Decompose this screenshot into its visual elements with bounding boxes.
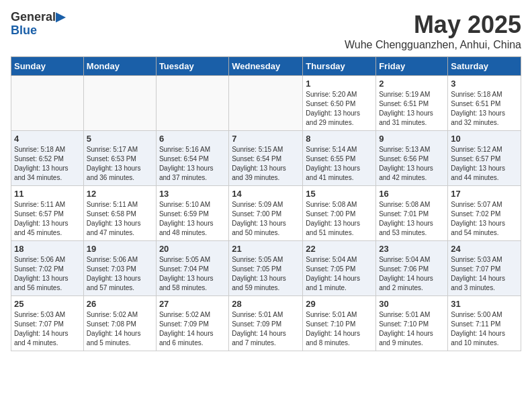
day-info: Sunrise: 5:01 AM Sunset: 7:10 PM Dayligh… [379, 310, 445, 348]
calendar-cell: 6Sunrise: 5:16 AM Sunset: 6:54 PM Daylig… [156, 131, 228, 186]
calendar-cell: 24Sunrise: 5:03 AM Sunset: 7:07 PM Dayli… [448, 241, 521, 296]
day-number: 17 [451, 189, 518, 199]
day-number: 9 [379, 134, 445, 144]
week-row-5: 25Sunrise: 5:03 AM Sunset: 7:07 PM Dayli… [11, 296, 521, 351]
day-number: 7 [232, 134, 300, 144]
day-number: 27 [159, 299, 226, 309]
calendar-cell: 13Sunrise: 5:10 AM Sunset: 6:59 PM Dayli… [156, 186, 228, 241]
day-info: Sunrise: 5:03 AM Sunset: 7:07 PM Dayligh… [451, 255, 518, 293]
day-number: 6 [159, 134, 226, 144]
day-number: 5 [87, 134, 153, 144]
day-number: 23 [379, 244, 445, 254]
day-info: Sunrise: 5:11 AM Sunset: 6:58 PM Dayligh… [87, 200, 153, 238]
day-info: Sunrise: 5:00 AM Sunset: 7:11 PM Dayligh… [451, 310, 518, 348]
weekday-header-tuesday: Tuesday [156, 57, 228, 76]
calendar-cell [156, 76, 228, 131]
calendar-cell: 1Sunrise: 5:20 AM Sunset: 6:50 PM Daylig… [303, 76, 376, 131]
day-number: 22 [306, 244, 373, 254]
calendar-cell: 20Sunrise: 5:05 AM Sunset: 7:04 PM Dayli… [156, 241, 228, 296]
week-row-2: 4Sunrise: 5:18 AM Sunset: 6:52 PM Daylig… [11, 131, 521, 186]
calendar-cell: 11Sunrise: 5:11 AM Sunset: 6:57 PM Dayli… [11, 186, 84, 241]
calendar-cell: 4Sunrise: 5:18 AM Sunset: 6:52 PM Daylig… [11, 131, 84, 186]
day-number: 14 [232, 189, 300, 199]
day-number: 28 [232, 299, 300, 309]
day-info: Sunrise: 5:01 AM Sunset: 7:09 PM Dayligh… [232, 310, 300, 348]
calendar-cell: 10Sunrise: 5:12 AM Sunset: 6:57 PM Dayli… [448, 131, 521, 186]
day-number: 15 [306, 189, 373, 199]
day-number: 20 [159, 244, 226, 254]
calendar-cell: 5Sunrise: 5:17 AM Sunset: 6:53 PM Daylig… [83, 131, 156, 186]
week-row-4: 18Sunrise: 5:06 AM Sunset: 7:02 PM Dayli… [11, 241, 521, 296]
day-number: 30 [379, 299, 445, 309]
weekday-header-sunday: Sunday [11, 57, 84, 76]
logo-text: General▶ [11, 11, 65, 24]
day-number: 16 [379, 189, 445, 199]
calendar-cell: 26Sunrise: 5:02 AM Sunset: 7:08 PM Dayli… [83, 296, 156, 351]
calendar-cell: 23Sunrise: 5:04 AM Sunset: 7:06 PM Dayli… [376, 241, 448, 296]
day-number: 31 [451, 299, 518, 309]
day-number: 24 [451, 244, 518, 254]
calendar-cell: 7Sunrise: 5:15 AM Sunset: 6:54 PM Daylig… [229, 131, 303, 186]
day-number: 29 [306, 299, 373, 309]
day-info: Sunrise: 5:18 AM Sunset: 6:51 PM Dayligh… [451, 90, 518, 128]
day-number: 8 [306, 134, 373, 144]
day-info: Sunrise: 5:04 AM Sunset: 7:06 PM Dayligh… [379, 255, 445, 293]
title-block: May 2025 Wuhe Chengguanzhen, Anhui, Chin… [345, 11, 521, 51]
day-info: Sunrise: 5:06 AM Sunset: 7:03 PM Dayligh… [87, 255, 153, 293]
day-info: Sunrise: 5:04 AM Sunset: 7:05 PM Dayligh… [306, 255, 373, 293]
weekday-header-row: SundayMondayTuesdayWednesdayThursdayFrid… [11, 57, 521, 76]
day-number: 1 [306, 79, 373, 89]
day-number: 12 [87, 189, 153, 199]
day-info: Sunrise: 5:06 AM Sunset: 7:02 PM Dayligh… [14, 255, 81, 293]
day-info: Sunrise: 5:18 AM Sunset: 6:52 PM Dayligh… [14, 145, 81, 183]
day-number: 2 [379, 79, 445, 89]
calendar-cell: 27Sunrise: 5:02 AM Sunset: 7:09 PM Dayli… [156, 296, 228, 351]
day-number: 4 [14, 134, 81, 144]
day-info: Sunrise: 5:03 AM Sunset: 7:07 PM Dayligh… [14, 310, 81, 348]
week-row-1: 1Sunrise: 5:20 AM Sunset: 6:50 PM Daylig… [11, 76, 521, 131]
calendar-cell: 2Sunrise: 5:19 AM Sunset: 6:51 PM Daylig… [376, 76, 448, 131]
calendar-cell: 12Sunrise: 5:11 AM Sunset: 6:58 PM Dayli… [83, 186, 156, 241]
day-number: 3 [451, 79, 518, 89]
calendar-cell: 17Sunrise: 5:07 AM Sunset: 7:02 PM Dayli… [448, 186, 521, 241]
day-info: Sunrise: 5:08 AM Sunset: 7:01 PM Dayligh… [379, 200, 445, 238]
calendar-cell: 16Sunrise: 5:08 AM Sunset: 7:01 PM Dayli… [376, 186, 448, 241]
page-subtitle: Wuhe Chengguanzhen, Anhui, China [345, 39, 521, 51]
day-info: Sunrise: 5:05 AM Sunset: 7:04 PM Dayligh… [159, 255, 226, 293]
calendar-cell: 15Sunrise: 5:08 AM Sunset: 7:00 PM Dayli… [303, 186, 376, 241]
calendar-cell: 14Sunrise: 5:09 AM Sunset: 7:00 PM Dayli… [229, 186, 303, 241]
day-info: Sunrise: 5:14 AM Sunset: 6:55 PM Dayligh… [306, 145, 373, 183]
calendar-cell: 30Sunrise: 5:01 AM Sunset: 7:10 PM Dayli… [376, 296, 448, 351]
day-info: Sunrise: 5:07 AM Sunset: 7:02 PM Dayligh… [451, 200, 518, 238]
weekday-header-friday: Friday [376, 57, 448, 76]
page-title: May 2025 [345, 11, 521, 39]
day-info: Sunrise: 5:16 AM Sunset: 6:54 PM Dayligh… [159, 145, 226, 183]
day-info: Sunrise: 5:05 AM Sunset: 7:05 PM Dayligh… [232, 255, 300, 293]
day-number: 11 [14, 189, 81, 199]
calendar-cell: 19Sunrise: 5:06 AM Sunset: 7:03 PM Dayli… [83, 241, 156, 296]
day-info: Sunrise: 5:02 AM Sunset: 7:09 PM Dayligh… [159, 310, 226, 348]
day-info: Sunrise: 5:20 AM Sunset: 6:50 PM Dayligh… [306, 90, 373, 128]
calendar-cell: 3Sunrise: 5:18 AM Sunset: 6:51 PM Daylig… [448, 76, 521, 131]
weekday-header-saturday: Saturday [448, 57, 521, 76]
day-info: Sunrise: 5:01 AM Sunset: 7:10 PM Dayligh… [306, 310, 373, 348]
calendar-cell: 22Sunrise: 5:04 AM Sunset: 7:05 PM Dayli… [303, 241, 376, 296]
day-info: Sunrise: 5:10 AM Sunset: 6:59 PM Dayligh… [159, 200, 226, 238]
calendar-cell: 21Sunrise: 5:05 AM Sunset: 7:05 PM Dayli… [229, 241, 303, 296]
weekday-header-thursday: Thursday [303, 57, 376, 76]
calendar-cell: 25Sunrise: 5:03 AM Sunset: 7:07 PM Dayli… [11, 296, 84, 351]
day-info: Sunrise: 5:19 AM Sunset: 6:51 PM Dayligh… [379, 90, 445, 128]
page-header: General▶ Blue May 2025 Wuhe Chengguanzhe… [11, 11, 521, 51]
calendar-cell [229, 76, 303, 131]
calendar-cell: 31Sunrise: 5:00 AM Sunset: 7:11 PM Dayli… [448, 296, 521, 351]
logo-blue-text: Blue [11, 24, 37, 38]
calendar-cell: 28Sunrise: 5:01 AM Sunset: 7:09 PM Dayli… [229, 296, 303, 351]
weekday-header-wednesday: Wednesday [229, 57, 303, 76]
day-number: 21 [232, 244, 300, 254]
day-info: Sunrise: 5:13 AM Sunset: 6:56 PM Dayligh… [379, 145, 445, 183]
day-number: 18 [14, 244, 81, 254]
day-number: 26 [87, 299, 153, 309]
day-info: Sunrise: 5:02 AM Sunset: 7:08 PM Dayligh… [87, 310, 153, 348]
calendar-cell: 29Sunrise: 5:01 AM Sunset: 7:10 PM Dayli… [303, 296, 376, 351]
day-info: Sunrise: 5:12 AM Sunset: 6:57 PM Dayligh… [451, 145, 518, 183]
